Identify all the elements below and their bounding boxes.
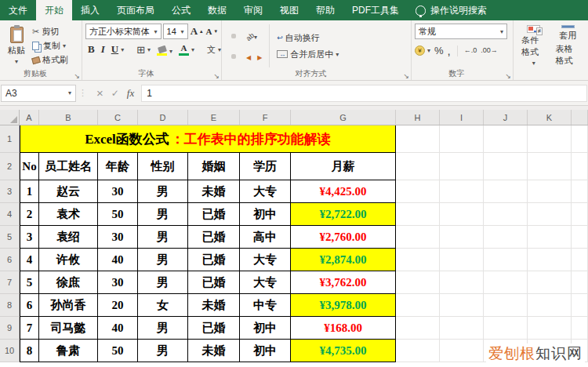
cell[interactable]: 袁绍 bbox=[39, 226, 98, 249]
cell[interactable]: 已婚 bbox=[188, 226, 240, 249]
cell[interactable] bbox=[572, 180, 588, 203]
header-cell[interactable]: 婚姻 bbox=[188, 153, 240, 180]
salary-cell[interactable]: ¥3,978.00 bbox=[291, 294, 396, 317]
cell[interactable]: 孙尚香 bbox=[39, 294, 98, 317]
row-header-6[interactable]: 6 bbox=[0, 249, 20, 271]
number-format-select[interactable]: 常规 ▾ bbox=[415, 24, 507, 39]
clipboard-dialog-launcher[interactable]: ↘ bbox=[74, 72, 80, 80]
row-header-7[interactable]: 7 bbox=[0, 271, 20, 294]
cell[interactable] bbox=[484, 203, 528, 226]
title-cell[interactable]: Excel函数公式：工作表中的排序功能解读 bbox=[20, 125, 396, 153]
row-header-10[interactable]: 10 bbox=[0, 340, 20, 362]
wrap-text-button[interactable]: ↩ 自动换行 bbox=[274, 31, 341, 45]
comma-style-button[interactable]: , bbox=[448, 44, 451, 57]
cell[interactable]: 3 bbox=[20, 226, 39, 249]
align-right-button[interactable] bbox=[238, 54, 242, 59]
cell[interactable]: 男 bbox=[138, 317, 188, 340]
cell[interactable]: 50 bbox=[98, 203, 138, 226]
cell[interactable]: 徐庶 bbox=[39, 271, 98, 294]
salary-cell[interactable]: ¥4,735.00 bbox=[291, 340, 396, 362]
enter-button[interactable]: ✓ bbox=[111, 88, 119, 99]
cell[interactable]: 已婚 bbox=[188, 249, 240, 271]
cell[interactable]: 大专 bbox=[240, 249, 291, 271]
cell[interactable] bbox=[572, 294, 588, 317]
cell[interactable] bbox=[528, 125, 572, 153]
formula-input[interactable]: 1 bbox=[141, 85, 587, 102]
salary-cell[interactable]: ¥4,425.00 bbox=[291, 180, 396, 203]
decrease-decimal-button[interactable]: .00→ bbox=[481, 47, 498, 54]
cell[interactable]: 4 bbox=[20, 249, 39, 271]
cell[interactable]: 中专 bbox=[240, 294, 291, 317]
cell[interactable] bbox=[396, 340, 440, 362]
cell[interactable] bbox=[396, 203, 440, 226]
cell[interactable] bbox=[572, 317, 588, 340]
salary-cell[interactable]: ¥2,874.00 bbox=[291, 249, 396, 271]
row-header-9[interactable]: 9 bbox=[0, 317, 20, 340]
insert-function-button[interactable]: fx bbox=[127, 87, 134, 100]
cell[interactable]: 大专 bbox=[240, 271, 291, 294]
cell[interactable]: 已婚 bbox=[188, 271, 240, 294]
header-cell[interactable]: 学历 bbox=[240, 153, 291, 180]
cell[interactable] bbox=[572, 249, 588, 271]
cell[interactable]: 30 bbox=[98, 271, 138, 294]
cell[interactable] bbox=[528, 180, 572, 203]
cell[interactable]: 初中 bbox=[240, 203, 291, 226]
cancel-button[interactable]: × bbox=[96, 86, 103, 100]
number-dialog-launcher[interactable]: ↘ bbox=[505, 72, 511, 80]
col-header-b[interactable]: B bbox=[39, 110, 98, 125]
merge-center-button[interactable]: ↔ 合并后居中 ▾ bbox=[274, 48, 341, 61]
format-painter-button[interactable]: 格式刷 bbox=[30, 53, 71, 67]
increase-indent-button[interactable]: ▶ bbox=[255, 49, 264, 64]
cell[interactable]: 男 bbox=[138, 340, 188, 362]
name-box[interactable]: A3 ▾ bbox=[1, 85, 76, 102]
cell[interactable]: 大专 bbox=[240, 180, 291, 203]
cell[interactable] bbox=[396, 226, 440, 249]
cell[interactable]: 30 bbox=[98, 226, 138, 249]
cell[interactable] bbox=[484, 249, 528, 271]
cell[interactable] bbox=[572, 271, 588, 294]
col-header-partial[interactable] bbox=[572, 110, 588, 125]
cell[interactable]: 已婚 bbox=[188, 317, 240, 340]
tab-insert[interactable]: 插入 bbox=[72, 0, 108, 20]
header-cell[interactable]: 年龄 bbox=[98, 153, 138, 180]
align-middle-button[interactable] bbox=[231, 34, 236, 38]
col-header-d[interactable]: D bbox=[138, 110, 188, 125]
cell[interactable] bbox=[396, 180, 440, 203]
cell[interactable]: 初中 bbox=[240, 317, 291, 340]
cell[interactable] bbox=[396, 125, 440, 153]
cell[interactable] bbox=[396, 294, 440, 317]
font-size-select[interactable]: 14 ▾ bbox=[163, 24, 188, 39]
cell[interactable] bbox=[440, 249, 484, 271]
borders-button[interactable]: ⊞▾ bbox=[134, 43, 153, 56]
cell[interactable] bbox=[396, 153, 440, 180]
col-header-k[interactable]: K bbox=[528, 110, 572, 125]
decrease-indent-button[interactable]: ◀ bbox=[244, 49, 253, 64]
cell[interactable]: 未婚 bbox=[188, 340, 240, 362]
cell[interactable] bbox=[396, 317, 440, 340]
cell[interactable] bbox=[396, 271, 440, 294]
cell[interactable] bbox=[572, 153, 588, 180]
cell[interactable]: 鲁肃 bbox=[39, 340, 98, 362]
cell[interactable] bbox=[572, 125, 588, 153]
paste-button[interactable]: 粘贴 ▾ bbox=[3, 24, 30, 68]
salary-cell[interactable]: ¥168.00 bbox=[291, 317, 396, 340]
cell[interactable]: 50 bbox=[98, 340, 138, 362]
salary-cell[interactable]: ¥2,760.00 bbox=[291, 226, 396, 249]
cell[interactable]: 高中 bbox=[240, 226, 291, 249]
cell[interactable]: 40 bbox=[98, 317, 138, 340]
cell[interactable]: 女 bbox=[138, 294, 188, 317]
cell[interactable]: 赵云 bbox=[39, 180, 98, 203]
cell[interactable] bbox=[440, 340, 484, 362]
tell-me-search[interactable]: 操作说明搜索 bbox=[408, 0, 495, 20]
cell[interactable]: 许攸 bbox=[39, 249, 98, 271]
col-header-h[interactable]: H bbox=[396, 110, 440, 125]
decrease-font-size-button[interactable]: A▾ bbox=[205, 27, 218, 36]
header-cell[interactable]: No bbox=[20, 153, 39, 180]
cell[interactable] bbox=[440, 271, 484, 294]
tab-formulas[interactable]: 公式 bbox=[163, 0, 199, 20]
cell[interactable]: 男 bbox=[138, 271, 188, 294]
increase-font-size-button[interactable]: A▴ bbox=[190, 25, 204, 38]
tab-data[interactable]: 数据 bbox=[199, 0, 235, 20]
alignment-dialog-launcher[interactable]: ↘ bbox=[403, 72, 409, 80]
phonetic-guide-button[interactable]: 文▾ bbox=[205, 43, 223, 56]
